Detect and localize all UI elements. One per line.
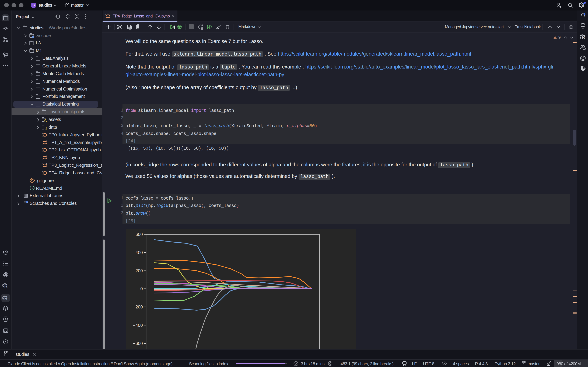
svg-text:−200: −200: [133, 304, 143, 309]
svg-text:R: R: [4, 296, 8, 300]
svg-text:R: R: [582, 35, 585, 40]
svg-text:200: 200: [135, 268, 143, 273]
svg-text:−400: −400: [133, 323, 143, 328]
svg-text:600: 600: [135, 232, 143, 237]
svg-text:400: 400: [135, 250, 143, 255]
svg-text:−600: −600: [133, 341, 143, 346]
svg-text:R: R: [4, 284, 8, 288]
svg-text:0: 0: [140, 286, 143, 291]
